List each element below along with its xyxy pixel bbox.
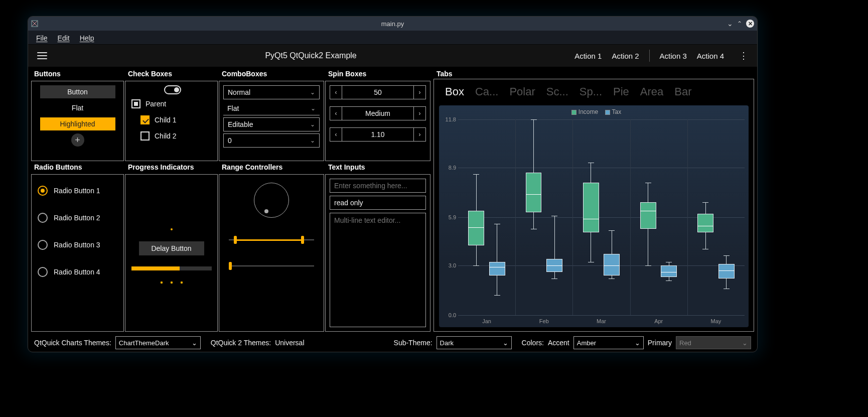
checkboxes-panel: Parent Child 1 Child 2 (125, 81, 218, 161)
footer-bar: QtQuick Charts Themes: ChartThemeDark⌄ Q… (28, 334, 757, 352)
button-flat[interactable]: Flat (40, 101, 115, 114)
checkbox-parent-label: Parent (146, 100, 166, 108)
radio-4-indicator (38, 267, 48, 277)
spinboxes-panel: ‹50› ‹Medium› ‹1.10› (325, 81, 430, 161)
combo-charts-theme[interactable]: ChartThemeDark⌄ (115, 336, 201, 349)
y-tick: 8.9 (442, 165, 456, 171)
radio-3[interactable]: Radio Button 3 (36, 233, 102, 257)
section-header-spinboxes: Spin Boxes (325, 69, 430, 80)
combo-flat[interactable]: Flat⌄ (223, 101, 320, 115)
buttons-panel: Button Flat Highlighted + (31, 81, 124, 161)
chevron-down-icon: ⌄ (503, 339, 508, 347)
checkbox-child2-label: Child 2 (155, 132, 177, 140)
spin-down-icon[interactable]: ‹ (330, 107, 342, 120)
label-accent: Accent (548, 339, 569, 347)
x-tick: May (711, 318, 721, 324)
y-tick: 11.8 (442, 116, 456, 122)
spin-up-icon[interactable]: › (413, 86, 425, 99)
overflow-menu-icon[interactable]: ⋮ (734, 51, 748, 60)
close-button[interactable]: ✕ (746, 20, 754, 28)
spin-up-icon[interactable]: › (413, 128, 425, 141)
menu-edit[interactable]: Edit (58, 34, 70, 42)
text-input[interactable] (330, 179, 426, 193)
chevron-down-icon: ⌄ (310, 137, 315, 144)
minimize-button[interactable]: ⌄ (727, 20, 733, 28)
button-normal[interactable]: Button (40, 85, 115, 98)
x-tick: Jan (482, 318, 491, 324)
spin-down-icon[interactable]: ‹ (330, 128, 342, 141)
combo-normal[interactable]: Normal⌄ (223, 85, 320, 99)
tab-box[interactable]: Box (445, 85, 464, 98)
tab-candlestick[interactable]: Ca... (475, 85, 498, 98)
action-2[interactable]: Action 2 (612, 52, 639, 60)
range-slider[interactable] (229, 236, 314, 244)
action-3[interactable]: Action 3 (660, 52, 687, 60)
box-whisker (468, 211, 484, 245)
textinputs-panel (325, 174, 430, 332)
page-indicator (161, 282, 183, 284)
radio-1[interactable]: Radio Button 1 (36, 179, 102, 203)
spin-float[interactable]: ‹1.10› (330, 127, 426, 142)
label-subtheme: Sub-Theme: (394, 339, 432, 347)
box-whisker (661, 265, 677, 277)
button-highlighted[interactable]: Highlighted (40, 117, 115, 130)
radio-3-indicator (38, 240, 48, 250)
menu-file[interactable]: File (36, 34, 48, 42)
legend-swatch-income (571, 110, 576, 115)
dial[interactable] (254, 183, 289, 218)
action-1[interactable]: Action 1 (574, 52, 602, 60)
slider[interactable] (229, 262, 314, 270)
label-primary: Primary (648, 339, 672, 347)
combo-subtheme[interactable]: Dark⌄ (437, 336, 512, 349)
section-header-radiobuttons: Radio Buttons (31, 162, 124, 173)
text-readonly (330, 196, 426, 210)
tab-area[interactable]: Area (640, 85, 663, 98)
radio-2[interactable]: Radio Button 2 (36, 206, 102, 230)
spin-int[interactable]: ‹50› (330, 85, 426, 99)
checkbox-child1[interactable]: Child 1 (131, 113, 177, 126)
toolbar: PyQt5 QtQuick2 Example Action 1 Action 2… (28, 45, 757, 67)
checkbox-child2[interactable]: Child 2 (131, 129, 177, 143)
chevron-down-icon: ⌄ (310, 121, 315, 128)
tab-polar[interactable]: Polar (509, 85, 535, 98)
maximize-button[interactable]: ⌃ (737, 20, 742, 27)
value-qtquick2-theme: Universal (275, 339, 304, 347)
y-tick: 3.0 (442, 262, 456, 268)
radio-4[interactable]: Radio Button 4 (36, 260, 102, 284)
toolbar-separator (649, 50, 650, 62)
text-multiline[interactable] (330, 213, 426, 327)
combo-editable[interactable]: Editable⌄ (223, 117, 320, 131)
chevron-down-icon: ⌄ (192, 339, 197, 347)
button-round-add[interactable]: + (71, 133, 84, 147)
tab-scatter[interactable]: Sc... (546, 85, 568, 98)
spin-up-icon[interactable]: › (413, 107, 425, 120)
checkbox-parent-box (131, 99, 140, 108)
action-4[interactable]: Action 4 (697, 52, 724, 60)
menu-help[interactable]: Help (80, 34, 94, 42)
box-whisker (718, 264, 735, 279)
spin-down-icon[interactable]: ‹ (330, 86, 342, 99)
app-icon (31, 20, 38, 27)
section-header-comboboxes: ComboBoxes (219, 69, 324, 80)
switch-toggle[interactable] (164, 85, 181, 94)
section-header-textinputs: Text Inputs (325, 162, 430, 173)
progress-panel: Delay Button (125, 174, 218, 332)
combo-number[interactable]: 0⌄ (223, 133, 320, 148)
menubar: File Edit Help (28, 31, 757, 45)
spin-enum[interactable]: ‹Medium› (330, 106, 426, 120)
content-area: Buttons Check Boxes ComboBoxes Spin Boxe… (28, 67, 757, 334)
hamburger-icon[interactable] (37, 52, 47, 59)
x-tick: Apr (654, 318, 663, 324)
delay-button[interactable]: Delay Button (139, 241, 204, 255)
comboboxes-panel: Normal⌄ Flat⌄ Editable⌄ 0⌄ (219, 81, 324, 161)
radio-2-indicator (38, 213, 48, 223)
tab-pie[interactable]: Pie (613, 85, 629, 98)
range-panel (219, 174, 324, 332)
tab-spline[interactable]: Sp... (580, 85, 602, 98)
box-whisker (697, 214, 713, 232)
checkbox-parent[interactable]: Parent (131, 97, 166, 110)
tab-bar[interactable]: Bar (674, 85, 691, 98)
combo-accent[interactable]: Amber⌄ (573, 336, 644, 349)
tab-list: Box Ca... Polar Sc... Sp... Pie Area Bar (438, 82, 750, 104)
titlebar: main.py ⌄ ⌃ ✕ (28, 17, 757, 31)
